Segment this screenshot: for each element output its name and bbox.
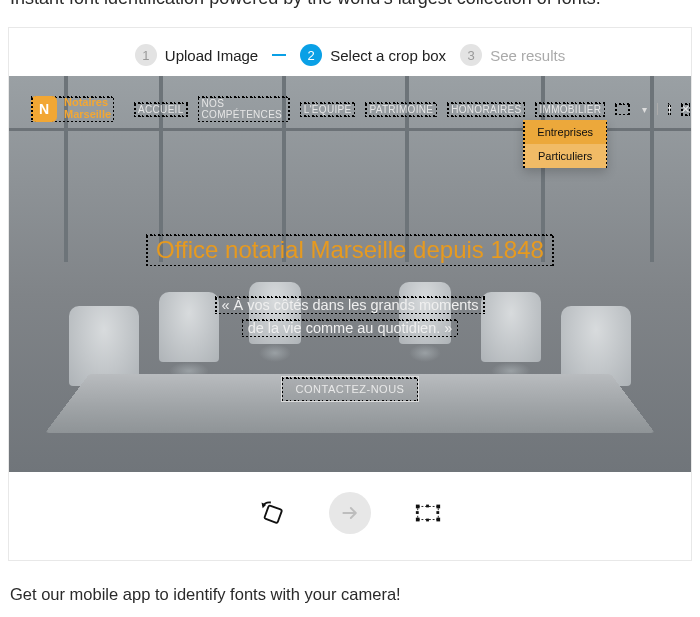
nav-equipe[interactable]: L'ÉQUIPE	[300, 102, 356, 117]
logo-text: NotairesMarseille	[61, 96, 114, 121]
crop-handles-button[interactable]	[407, 492, 449, 534]
image-stage[interactable]: N NotairesMarseille ACCUEIL NOS COMPÉTEN…	[9, 76, 691, 472]
chevron-down-icon[interactable]: ▾	[640, 104, 647, 115]
hero-subtitle: « À vos côtés dans les grands moments de…	[33, 294, 667, 340]
crop-handles-icon	[414, 502, 442, 524]
step-label: Upload Image	[165, 47, 258, 64]
stepper: 1 Upload Image 2 Select a crop box 3 See…	[9, 28, 691, 76]
stepper-connector	[272, 54, 286, 56]
hero-sub-line2: de la vie comme au quotidien. »	[242, 319, 459, 337]
step-crop[interactable]: 2 Select a crop box	[300, 44, 446, 66]
rotate-button[interactable]	[251, 492, 293, 534]
logo-icon: N	[31, 96, 57, 122]
rotate-icon	[258, 499, 286, 527]
contact-button[interactable]: CONTACTEZ-NOUS	[281, 376, 420, 402]
nav-immobilier[interactable]: IMMOBILIER	[535, 102, 605, 117]
site-logo[interactable]: N NotairesMarseille	[31, 96, 114, 122]
step-number: 3	[460, 44, 482, 66]
hero-title: Office notarial Marseille depuis 1848	[146, 234, 554, 266]
crop-toolbar	[9, 472, 691, 560]
step-number: 1	[135, 44, 157, 66]
nav-accueil[interactable]: ACCUEIL	[134, 102, 187, 117]
step-number: 2	[300, 44, 322, 66]
nav-honoraires[interactable]: HONORAIRES	[447, 102, 525, 117]
step-results[interactable]: 3 See results	[460, 44, 565, 66]
step-upload[interactable]: 1 Upload Image	[135, 44, 258, 66]
hero: Office notarial Marseille depuis 1848 « …	[9, 234, 691, 340]
separator	[657, 103, 658, 115]
nav-competences[interactable]: NOS COMPÉTENCES	[198, 96, 290, 122]
nav-items: ACCUEIL NOS COMPÉTENCES L'ÉQUIPE PATRIMO…	[134, 96, 691, 122]
mobile-app-note: Get our mobile app to identify fonts wit…	[0, 561, 700, 604]
nav-dropdown: Entreprises Particuliers	[523, 120, 607, 168]
nav-patrimoine[interactable]: PATRIMOINE	[365, 102, 437, 117]
svg-rect-4	[416, 511, 419, 514]
facebook-icon[interactable]: f	[668, 103, 671, 115]
svg-rect-5	[436, 511, 439, 514]
flag-fr-icon[interactable]	[615, 103, 629, 115]
page-subtitle: Instant font identification powered by t…	[0, 0, 700, 17]
step-label: See results	[490, 47, 565, 64]
svg-rect-0	[264, 505, 282, 523]
crop-panel: 1 Upload Image 2 Select a crop box 3 See…	[8, 27, 692, 561]
arrow-right-icon	[340, 503, 360, 523]
twitter-icon[interactable]: ✕	[681, 103, 690, 116]
next-button[interactable]	[329, 492, 371, 534]
site-navbar: N NotairesMarseille ACCUEIL NOS COMPÉTEN…	[31, 96, 671, 122]
dropdown-entreprises[interactable]: Entreprises	[523, 120, 607, 144]
dropdown-particuliers[interactable]: Particuliers	[523, 144, 607, 168]
hero-sub-line1: « À vos côtés dans les grands moments	[215, 296, 484, 314]
step-label: Select a crop box	[330, 47, 446, 64]
